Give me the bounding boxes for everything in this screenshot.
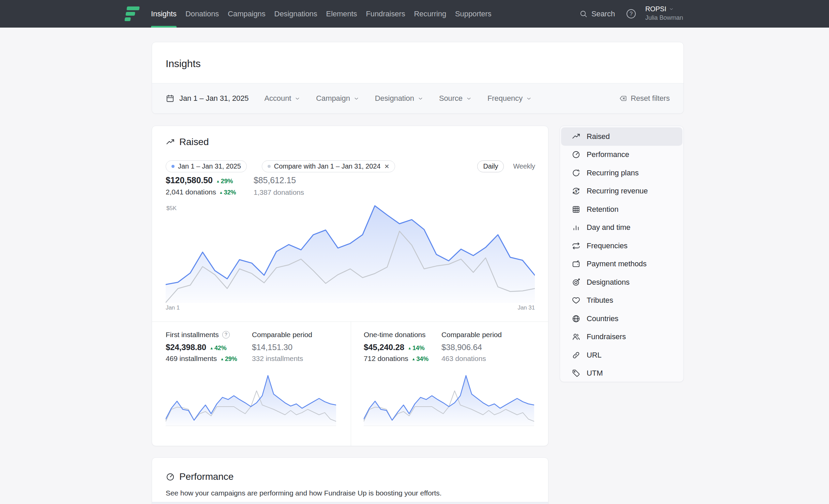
- filter-source[interactable]: Source: [439, 94, 472, 103]
- wallet-icon: [572, 259, 581, 268]
- svg-text:$: $: [575, 189, 577, 193]
- raised-compare-stats: $85,612.15 1,387 donations: [254, 175, 304, 196]
- target-dart-icon: [572, 278, 581, 287]
- filter-frequency[interactable]: Frequency: [487, 94, 532, 103]
- primary-nav: Insights Donations Campaigns Designation…: [151, 0, 492, 28]
- user-name: Julia Bowman: [645, 14, 683, 21]
- date-range-value: Jan 1 – Jan 31, 2025: [179, 94, 249, 103]
- nav-item-designations[interactable]: Designations: [274, 0, 317, 28]
- filter-designation[interactable]: Designation: [375, 94, 423, 103]
- fundraise-up-logo[interactable]: [125, 6, 140, 21]
- current-period-chip[interactable]: Jan 1 – Jan 31, 2025: [166, 160, 247, 172]
- nav-item-insights[interactable]: Insights: [151, 0, 177, 28]
- chevron-down-icon: [526, 96, 532, 101]
- sidebar-item-frequencies[interactable]: Frequencies: [561, 237, 682, 255]
- nav-item-elements[interactable]: Elements: [326, 0, 357, 28]
- x-axis-start-label: Jan 1: [166, 304, 180, 311]
- sidebar-item-retention[interactable]: Retention: [561, 200, 682, 219]
- up-arrow-icon: ▲: [210, 346, 213, 350]
- help-tooltip-icon[interactable]: ?: [222, 331, 230, 338]
- search-button[interactable]: Search: [579, 0, 615, 28]
- x-axis-end-label: Jan 31: [518, 304, 535, 311]
- first-installments-amount-row: $24,398.80 ▲42%: [166, 343, 227, 352]
- link-icon: [572, 351, 581, 360]
- page-title: Insights: [166, 58, 201, 69]
- sidebar-item-recurring-revenue[interactable]: $ Recurring revenue: [561, 182, 682, 201]
- search-label: Search: [591, 10, 615, 18]
- globe-icon: [572, 314, 581, 323]
- raised-controls-row: Jan 1 – Jan 31, 2025 Compare with Jan 1 …: [166, 160, 535, 172]
- reset-filters-button[interactable]: Reset filters: [619, 94, 670, 103]
- performance-section-header: Performance: [166, 471, 233, 482]
- sidebar-item-fundraisers[interactable]: Fundraisers: [561, 328, 682, 346]
- remove-compare-icon[interactable]: ✕: [384, 163, 389, 170]
- compare-period-chip[interactable]: Compare with Jan 1 – Jan 31, 2024 ✕: [262, 160, 395, 172]
- first-installments-amount-change: ▲42%: [210, 345, 227, 352]
- current-period-label: Jan 1 – Jan 31, 2025: [178, 162, 241, 170]
- org-name: ROPSI: [645, 5, 666, 13]
- performance-card: Performance See how your campaigns are p…: [152, 457, 548, 504]
- repeat-icon: [572, 241, 581, 250]
- first-installments-compare-count: 332 installments: [252, 355, 303, 363]
- top-navigation-bar: Insights Donations Campaigns Designation…: [0, 0, 829, 28]
- trending-up-icon: [166, 138, 175, 147]
- one-time-count: 712 donations: [364, 355, 408, 363]
- reset-filters-label: Reset filters: [631, 94, 670, 103]
- nav-item-fundraisers[interactable]: Fundraisers: [366, 0, 405, 28]
- backspace-clear-icon: [619, 94, 627, 103]
- tag-icon: [572, 369, 581, 378]
- first-installments-amount: $24,398.80: [166, 343, 206, 352]
- nav-item-supporters[interactable]: Supporters: [455, 0, 492, 28]
- up-arrow-icon: ▲: [412, 357, 416, 361]
- granularity-daily-button[interactable]: Daily: [477, 160, 504, 172]
- filter-campaign[interactable]: Campaign: [316, 94, 359, 103]
- up-arrow-icon: ▲: [408, 346, 411, 350]
- first-installments-count-row: 469 installments ▲29%: [166, 355, 237, 363]
- insights-header-card: Insights Jan 1 – Jan 31, 2025 Account Ca…: [152, 42, 684, 114]
- gauge-icon: [166, 472, 175, 482]
- date-range-filter[interactable]: Jan 1 – Jan 31, 2025: [166, 94, 249, 103]
- compare-donation-count: 1,387 donations: [254, 188, 304, 196]
- nav-item-recurring[interactable]: Recurring: [414, 0, 446, 28]
- refresh-icon: [572, 169, 581, 177]
- people-icon: [572, 332, 581, 341]
- account-menu[interactable]: ROPSI Julia Bowman: [645, 5, 683, 21]
- sidebar-item-raised[interactable]: Raised: [561, 127, 682, 146]
- first-installments-label-row: First installments ?: [166, 331, 230, 339]
- performance-title: Performance: [179, 471, 233, 482]
- raised-section-header: Raised: [166, 137, 209, 147]
- sidebar-item-tributes[interactable]: Tributes: [561, 292, 682, 310]
- sidebar-item-recurring-plans[interactable]: Recurring plans: [561, 164, 682, 182]
- breakdown-divider: [152, 321, 548, 322]
- raised-chart[interactable]: [166, 204, 535, 303]
- trending-up-icon: [572, 132, 581, 141]
- sidebar-item-designations[interactable]: Designations: [561, 273, 682, 292]
- first-installments-count: 469 installments: [166, 355, 217, 363]
- compare-amount: $85,612.15: [254, 175, 304, 185]
- nav-item-donations[interactable]: Donations: [185, 0, 219, 28]
- performance-subtitle: See how your campaigns are performing an…: [166, 489, 441, 497]
- one-time-mini-chart[interactable]: [364, 371, 534, 426]
- sidebar-item-payment-methods[interactable]: Payment methods: [561, 255, 682, 273]
- raised-line-chart: [166, 204, 535, 303]
- up-arrow-icon: ▲: [220, 357, 224, 361]
- chevron-down-icon: [669, 6, 674, 12]
- raised-card: Raised Jan 1 – Jan 31, 2025 Compare with…: [152, 126, 548, 446]
- first-installments-mini-chart[interactable]: [166, 371, 336, 426]
- sidebar-item-day-and-time[interactable]: Day and time: [561, 219, 682, 237]
- sidebar-item-countries[interactable]: Countries: [561, 310, 682, 328]
- sidebar-item-utm[interactable]: UTM: [561, 364, 682, 383]
- granularity-weekly-button[interactable]: Weekly: [513, 162, 535, 170]
- first-installments-compare-amount: $14,151.30: [252, 343, 292, 352]
- one-time-compare-amount: $38,906.64: [441, 343, 482, 352]
- compare-series-dot: [268, 165, 271, 168]
- filter-bar: Jan 1 – Jan 31, 2025 Account Campaign De…: [152, 83, 683, 113]
- sidebar-item-performance[interactable]: Performance: [561, 146, 682, 164]
- grid-table-icon: [572, 205, 581, 214]
- filter-account[interactable]: Account: [265, 94, 301, 103]
- nav-item-campaigns[interactable]: Campaigns: [228, 0, 265, 28]
- calendar-icon: [166, 94, 175, 103]
- help-icon[interactable]: ?: [627, 9, 636, 18]
- sidebar-item-url[interactable]: URL: [561, 346, 682, 364]
- raised-amount: $120,580.50: [166, 175, 213, 185]
